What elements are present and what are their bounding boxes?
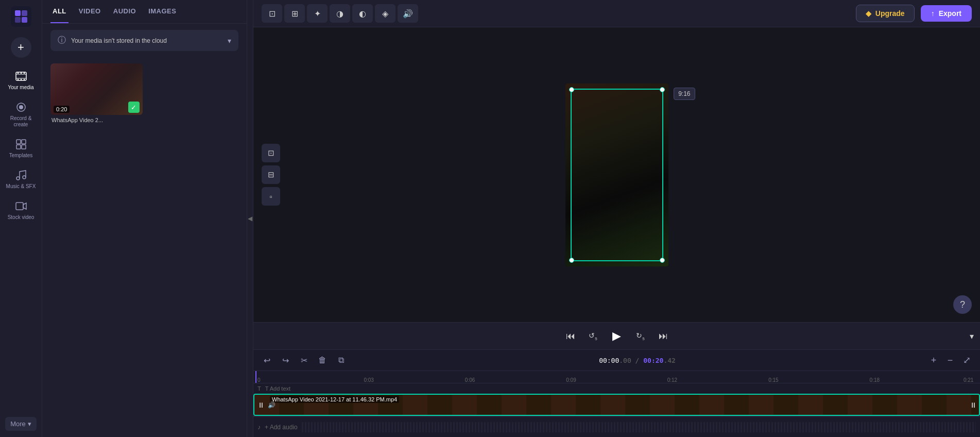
svg-rect-6	[16, 78, 26, 79]
film-icon	[15, 70, 27, 82]
layout-button[interactable]: ⊡	[262, 4, 282, 23]
record-icon	[15, 101, 27, 113]
crop-icon: ⊞	[291, 9, 298, 19]
svg-rect-21	[16, 203, 23, 210]
plus-icon: +	[18, 41, 24, 54]
fit-to-frame-button[interactable]: ⊡	[262, 144, 280, 162]
color-filter-icon: ✦	[314, 9, 321, 19]
undo-button[interactable]: ↩	[260, 353, 274, 367]
skip-to-start-button[interactable]: ⏮	[562, 328, 579, 344]
upgrade-button[interactable]: ◆ Upgrade	[856, 5, 915, 22]
audio-track-row[interactable]: ♪ + Add audio	[253, 416, 980, 437]
more-button[interactable]: More ▾	[5, 417, 37, 431]
tab-audio[interactable]: AUDIO	[111, 0, 138, 23]
sidebar-item-templates[interactable]: Templates	[2, 134, 40, 163]
pip-button[interactable]: ▫	[262, 187, 280, 206]
cut-button[interactable]: ✂	[297, 353, 311, 367]
forward-5s-button[interactable]: ↻5	[632, 328, 649, 344]
duplicate-button[interactable]: ⧉	[334, 353, 348, 367]
tab-images[interactable]: IMAGES	[146, 0, 178, 23]
panel-collapse-handle[interactable]: ◀	[247, 0, 253, 437]
collapse-arrow-icon: ◀	[248, 215, 252, 222]
ruler-mark-0: 0	[257, 377, 261, 383]
time-display: 00:00.00 / 00:20.42	[352, 357, 922, 364]
svg-rect-0	[15, 10, 21, 16]
sidebar-item-record-create[interactable]: Record &create	[2, 97, 40, 132]
zoom-in-button[interactable]: +	[926, 353, 941, 367]
sidebar-item-music-sfx[interactable]: Music & SFX	[2, 165, 40, 194]
cloud-notice-text: Your media isn't stored in the cloud	[71, 37, 222, 44]
track-end-indicator: ⏸	[970, 401, 977, 409]
delete-icon: 🗑	[318, 356, 326, 365]
sidebar-item-music-label: Music & SFX	[6, 183, 36, 190]
sidebar-item-stock-video-label: Stock video	[8, 214, 35, 221]
fit-timeline-button[interactable]: ⤢	[959, 353, 974, 367]
edit-toolbar: ⊡ ⊞ ✦ ◑ ◐ ◈ 🔊 ◆ Upgrade ↑ Export	[253, 0, 980, 27]
fade-icon: ◐	[359, 9, 366, 19]
aspect-ratio-badge: 9:16	[674, 88, 695, 100]
volume-button[interactable]: 🔊	[398, 4, 418, 23]
audio-waveform	[302, 422, 976, 432]
redo-button[interactable]: ↪	[278, 353, 293, 367]
delete-button[interactable]: 🗑	[315, 353, 330, 367]
chevron-down-icon: ▾	[28, 420, 31, 428]
zoom-out-button[interactable]: −	[943, 353, 957, 367]
ruler-mark-6: 0:18	[870, 377, 880, 383]
track-volume-button[interactable]: 🔊	[268, 401, 276, 409]
layout-icon: ⊡	[269, 9, 276, 19]
track-pause-button[interactable]: ⏸	[257, 401, 265, 409]
cut-icon: ✂	[301, 356, 307, 365]
svg-rect-7	[18, 72, 19, 74]
question-mark-icon: ?	[960, 299, 965, 310]
svg-rect-1	[22, 10, 27, 16]
sidebar: + Your media Record &create Temp	[0, 0, 42, 437]
color-adjust-icon: ◑	[336, 9, 343, 19]
playback-expand-button[interactable]: ▾	[970, 331, 974, 341]
motion-icon: ◈	[382, 9, 388, 19]
svg-rect-5	[16, 74, 26, 75]
canvas-preview: 9:16	[565, 83, 668, 266]
stock-video-icon	[15, 200, 27, 212]
text-icon: T	[257, 385, 261, 392]
fit-icon: ⤢	[963, 355, 971, 366]
skip-to-end-button[interactable]: ⏭	[655, 328, 672, 344]
tab-video[interactable]: VIDEO	[77, 0, 103, 23]
svg-rect-18	[22, 145, 26, 149]
add-text-button[interactable]: T T Add text	[253, 383, 980, 394]
music-icon	[15, 169, 27, 181]
motion-button[interactable]: ◈	[375, 4, 396, 23]
help-button[interactable]: ?	[953, 295, 972, 314]
redo-icon: ↪	[282, 356, 289, 365]
tab-all[interactable]: ALL	[50, 0, 68, 23]
fill-frame-button[interactable]: ⊟	[262, 165, 280, 184]
ruler-mark-7: 0:21	[964, 377, 973, 383]
svg-point-19	[16, 177, 20, 180]
skip-end-icon: ⏭	[659, 331, 668, 342]
sidebar-item-your-media-label: Your media	[8, 85, 33, 91]
play-button[interactable]: ▶	[608, 327, 626, 345]
color-filter-button[interactable]: ✦	[307, 4, 328, 23]
video-track-clip[interactable]: WhatsApp Video 2021-12-17 at 11.46.32 PM…	[253, 394, 980, 416]
video-track-label: WhatsApp Video 2021-12-17 at 11.46.32 PM…	[270, 396, 399, 403]
sidebar-item-your-media[interactable]: Your media	[2, 66, 40, 95]
more-label: More	[10, 420, 26, 428]
svg-rect-15	[16, 140, 21, 144]
media-selected-check: ✓	[128, 102, 140, 113]
list-item[interactable]: 0:20 ✓ WhatsApp Video 2...	[50, 63, 143, 125]
ruler-mark-4: 0:12	[667, 377, 677, 383]
export-button[interactable]: ↑ Export	[921, 5, 972, 22]
add-media-button[interactable]: +	[11, 37, 31, 58]
grid-icon	[15, 138, 27, 150]
sidebar-item-templates-label: Templates	[9, 153, 33, 159]
rewind-5s-button[interactable]: ↺5	[585, 328, 601, 344]
svg-rect-10	[18, 79, 19, 80]
crop-button[interactable]: ⊞	[284, 4, 305, 23]
fade-button[interactable]: ◐	[352, 4, 373, 23]
timeline: ↩ ↪ ✂ 🗑 ⧉ 00:00.00 / 00:20.42	[253, 349, 980, 437]
sidebar-item-stock-video[interactable]: Stock video	[2, 196, 40, 225]
total-time: 00:20.42	[643, 357, 676, 364]
color-adjust-button[interactable]: ◑	[330, 4, 350, 23]
cloud-notice-bar[interactable]: ⓘ Your media isn't stored in the cloud ▾	[50, 30, 238, 51]
forward-icon: ↻5	[636, 331, 644, 341]
upload-icon: ↑	[931, 9, 935, 18]
